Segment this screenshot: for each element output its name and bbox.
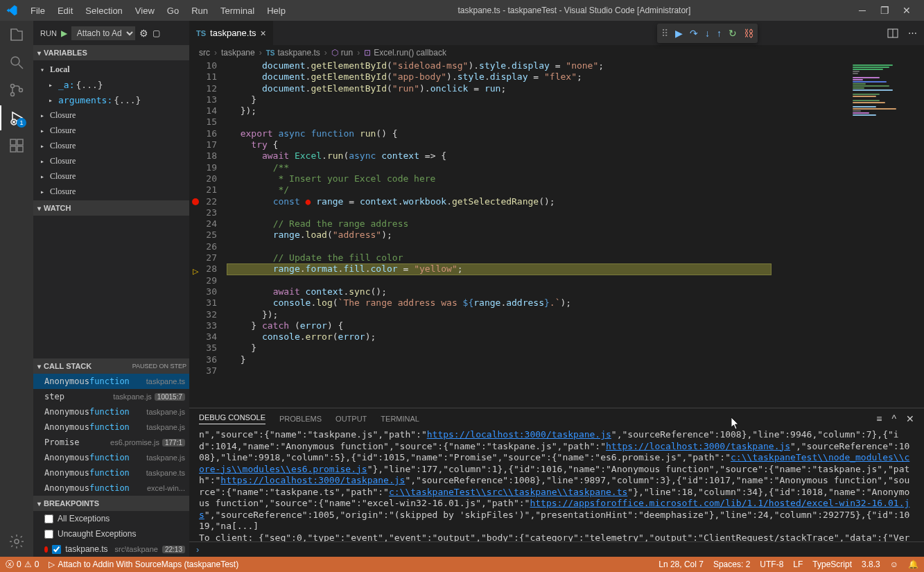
watch-header[interactable]: ▾WATCH: [33, 200, 189, 216]
line-number[interactable]: 13: [202, 94, 217, 105]
code-line[interactable]: try {: [227, 139, 848, 150]
debug-settings-gear-icon[interactable]: ⚙: [139, 28, 148, 39]
spaces-status[interactable]: Spaces: 2: [713, 560, 750, 569]
line-number[interactable]: 36: [202, 354, 217, 365]
line-number[interactable]: 20: [202, 173, 217, 184]
console-link[interactable]: https://appsforoffice.microsoft.com/lib/…: [199, 498, 909, 520]
debug-console-icon[interactable]: ▢: [152, 28, 160, 38]
breadcrumb-item[interactable]: src: [199, 48, 210, 58]
feedback-icon[interactable]: ☺: [890, 560, 898, 569]
continue-icon[interactable]: ▶: [675, 28, 683, 39]
line-col-status[interactable]: Ln 28, Col 7: [659, 560, 704, 569]
run-debug-icon[interactable]: 1: [8, 110, 25, 126]
search-icon[interactable]: [8, 54, 25, 71]
line-number[interactable]: 22: [202, 196, 217, 207]
line-number[interactable]: 30: [202, 286, 217, 297]
callstack-frame[interactable]: steptaskpane.js10015:7: [33, 389, 189, 404]
panel-filter-icon[interactable]: ≡: [876, 413, 882, 424]
line-number[interactable]: 33: [202, 320, 217, 331]
bp-all-exceptions[interactable]: All Exceptions: [33, 511, 189, 526]
scope-closure[interactable]: ▸Closure: [33, 184, 189, 199]
code-line[interactable]: }: [227, 354, 848, 365]
editor-tab[interactable]: TS taskpane.ts ×: [189, 21, 274, 45]
code-line[interactable]: }: [227, 343, 848, 354]
scope-closure[interactable]: ▸Closure: [33, 138, 189, 153]
bp-uncaught[interactable]: Uncaught Exceptions: [33, 526, 189, 541]
breadcrumb-item[interactable]: taskpane: [221, 48, 255, 58]
variable-row[interactable]: ▸arguments: {...}: [33, 92, 189, 107]
callstack-frame[interactable]: Anonymous functiontaskpane.js: [33, 419, 189, 435]
code-line[interactable]: [227, 365, 848, 376]
code-line[interactable]: document.getElementById("run").onclick =…: [227, 83, 848, 94]
code-line[interactable]: const ● range = context.workbook.getSele…: [227, 196, 848, 207]
line-number[interactable]: 19: [202, 162, 217, 173]
panel-close-icon[interactable]: ✕: [906, 413, 914, 424]
scope-local[interactable]: ▾Local: [33, 62, 189, 77]
code-line[interactable]: range.load("address");: [227, 229, 848, 241]
line-number[interactable]: 21: [202, 184, 217, 196]
error-warning-status[interactable]: ⓧ0 ⚠0: [6, 559, 39, 571]
split-editor-icon[interactable]: [887, 28, 898, 39]
panel-tab-problems[interactable]: PROBLEMS: [279, 415, 322, 423]
source-control-icon[interactable]: [8, 82, 25, 98]
code-line[interactable]: await Excel.run(async context => {: [227, 150, 848, 162]
line-number[interactable]: 25: [202, 229, 217, 241]
panel-tab-output[interactable]: OUTPUT: [335, 415, 367, 423]
code-line[interactable]: } catch (error) {: [227, 320, 848, 331]
disconnect-icon[interactable]: ⛓: [744, 28, 753, 39]
code-line[interactable]: });: [227, 105, 848, 116]
debug-toolbar[interactable]: ⠿ ▶ ↷ ↓ ↑ ↻ ⛓: [657, 24, 758, 43]
scope-closure[interactable]: ▸Closure: [33, 153, 189, 168]
line-number[interactable]: 16: [202, 128, 217, 139]
close-window-icon[interactable]: ✕: [902, 5, 912, 16]
menu-run[interactable]: Run: [186, 3, 213, 19]
callstack-frame[interactable]: Anonymous functiontaskpane.ts: [33, 374, 189, 389]
start-debug-icon[interactable]: ▶: [61, 28, 67, 38]
console-link[interactable]: https://localhost:3000/taskpane.js: [606, 441, 790, 451]
encoding-status[interactable]: UTF-8: [760, 560, 783, 569]
bp-all-checkbox[interactable]: [44, 514, 53, 523]
code-line[interactable]: * Insert your Excel code here: [227, 173, 848, 184]
line-number[interactable]: 27: [202, 252, 217, 263]
line-number[interactable]: 32: [202, 309, 217, 320]
code-editor[interactable]: ▷ 10111213141516171819202122232425262728…: [189, 60, 924, 408]
callstack-frame[interactable]: Anonymous functionexcel-win...: [33, 480, 189, 496]
code-line[interactable]: [227, 241, 848, 252]
bp-uncaught-checkbox[interactable]: [44, 530, 53, 539]
code-line[interactable]: });: [227, 309, 848, 320]
settings-gear-icon[interactable]: [8, 533, 25, 550]
maximize-icon[interactable]: ❐: [880, 5, 889, 16]
scope-closure[interactable]: ▸Closure: [33, 123, 189, 138]
callstack-frame[interactable]: Anonymous functiontaskpane.js: [33, 450, 189, 465]
extensions-icon[interactable]: [8, 137, 25, 154]
variable-row[interactable]: ▸_a: {...}: [33, 77, 189, 92]
callstack-frame[interactable]: Anonymous functiontaskpane.js: [33, 404, 189, 419]
code-line[interactable]: // Read the range address: [227, 218, 848, 229]
line-number[interactable]: 26: [202, 241, 217, 252]
eol-status[interactable]: LF: [793, 560, 803, 569]
console-link[interactable]: c:\\taskpaneTest\\node_modules\\core-js\…: [199, 452, 909, 474]
language-status[interactable]: TypeScript: [812, 560, 852, 569]
line-number[interactable]: 23: [202, 207, 217, 218]
debug-console-output[interactable]: n","source":{"name":"taskpane.js","path"…: [189, 429, 924, 541]
code-line[interactable]: }: [227, 94, 848, 105]
line-number[interactable]: 10: [202, 60, 217, 71]
explorer-icon[interactable]: [8, 26, 25, 43]
line-number[interactable]: 14: [202, 105, 217, 116]
code-line[interactable]: [227, 275, 848, 286]
ts-version-status[interactable]: 3.8.3: [862, 560, 880, 569]
panel-maximize-icon[interactable]: ^: [891, 413, 896, 424]
code-line[interactable]: // Update the fill color: [227, 252, 848, 263]
code-line[interactable]: /**: [227, 162, 848, 173]
restart-icon[interactable]: ↻: [729, 28, 737, 39]
breadcrumb-item[interactable]: TStaskpane.ts: [266, 48, 320, 58]
step-over-icon[interactable]: ↷: [690, 28, 698, 39]
line-number[interactable]: 12: [202, 83, 217, 94]
line-number[interactable]: 37: [202, 365, 217, 376]
code-line[interactable]: await context.sync();: [227, 286, 848, 297]
line-number[interactable]: 31: [202, 297, 217, 309]
toolbar-grip-icon[interactable]: ⠿: [661, 28, 668, 39]
menu-edit[interactable]: Edit: [52, 3, 78, 19]
code-line[interactable]: */: [227, 184, 848, 196]
line-number[interactable]: 18: [202, 150, 217, 162]
